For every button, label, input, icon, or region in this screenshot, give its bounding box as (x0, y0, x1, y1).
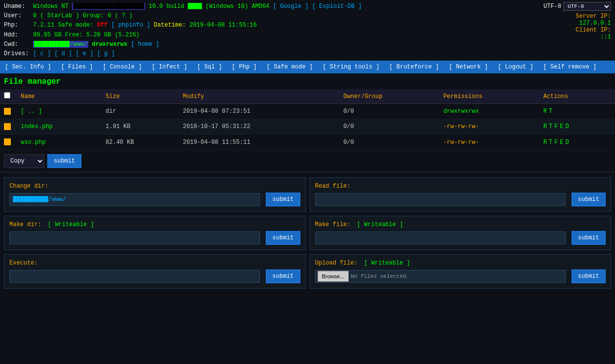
make-dir-label: Make dir: [ Writeable ] (9, 221, 300, 228)
action-f[interactable]: F (554, 123, 558, 130)
change-dir-submit[interactable]: submit (266, 193, 300, 206)
action-f[interactable]: F (554, 139, 558, 146)
execute-submit[interactable]: submit (266, 269, 300, 283)
file-name-link[interactable]: wso.php (21, 139, 45, 146)
phpinfo-link[interactable]: [ phpinfo ] (111, 22, 150, 29)
read-file-input[interactable] (315, 193, 566, 206)
action-e[interactable]: E (560, 123, 563, 130)
file-name-link[interactable]: [ .. ] (21, 108, 42, 115)
cwd-path[interactable]: ██████████/www/ (33, 41, 88, 48)
drives-row: Drives: [ c ] [ d ] [ e ] [ g ] (4, 49, 362, 59)
read-file-input-row: submit (315, 193, 606, 206)
header-right: UTF-8 UTF-8 ISO-8859-1 Server IP: 127.0.… (543, 2, 611, 59)
encoding-value: UTF-8 (543, 3, 561, 10)
read-file-submit[interactable]: submit (572, 193, 606, 206)
nav-bruteforce[interactable]: [ Bruteforce ] (384, 63, 444, 71)
drive-e[interactable]: [ e ] (75, 50, 93, 57)
file-name-cell: index.php (17, 119, 102, 134)
copy-select-wrapper: Copy Move Delete (4, 154, 44, 168)
execute-label-text: Execute: (9, 260, 38, 266)
hdd-label: Hdd: (4, 31, 31, 40)
encoding-select[interactable]: UTF-8 ISO-8859-1 (563, 2, 611, 11)
client-ip-row: Client IP: (576, 27, 611, 33)
drives-value: [ c ] [ d ] [ e ] [ g ] (33, 49, 115, 59)
col-modify: Modify (179, 89, 339, 104)
execute-input[interactable] (9, 270, 260, 283)
php-label: Php: (4, 21, 31, 30)
file-name-cell: [ .. ] (17, 104, 102, 119)
action-r[interactable]: R (543, 123, 547, 130)
drive-g[interactable]: [ g ] (97, 50, 115, 57)
datetime-value: 2019-04-08 11:55:16 (189, 22, 257, 29)
file-perms-cell: -rw-rw-rw- (439, 119, 540, 134)
browse-button[interactable]: Browse... (318, 271, 349, 282)
action-e[interactable]: E (560, 139, 563, 146)
file-actions-cell: RT (540, 104, 615, 119)
nav-infect[interactable]: [ Infect ] (147, 63, 192, 71)
col-size: Size (102, 89, 179, 104)
read-file-label: Read file: (315, 183, 606, 190)
file-icon (4, 123, 11, 130)
nav-stringtools[interactable]: [ String tools ] (318, 63, 384, 71)
cwd-label: Cwd: (4, 40, 31, 49)
change-dir-input[interactable] (9, 193, 260, 206)
file-table: Name Size Modify Owner/Group Permissions… (0, 89, 615, 150)
make-file-panel: Make file: [ Writeable ] submit (310, 216, 612, 250)
action-submit-button[interactable]: submit (47, 154, 81, 168)
col-owner: Owner/Group (339, 89, 439, 104)
make-file-writeable: [ Writeable ] (357, 221, 403, 228)
exploitdb-link[interactable]: [ Exploit-DB ] (312, 3, 362, 10)
home-link[interactable]: [ home ] (131, 41, 159, 48)
upload-submit[interactable]: submit (572, 269, 606, 283)
google-link[interactable]: [ Google ] (273, 3, 309, 10)
file-perms-cell: -rw-rw-rw- (439, 134, 540, 150)
drive-d[interactable]: [ d ] (54, 50, 72, 57)
file-name-cell: wso.php (17, 134, 102, 150)
nav-console[interactable]: [ Console ] (98, 63, 146, 71)
action-t[interactable]: T (549, 108, 552, 115)
file-owner-cell: 0/0 (339, 104, 439, 119)
action-r[interactable]: R (543, 108, 547, 115)
select-all-checkbox[interactable] (4, 92, 10, 99)
nav-selfremove[interactable]: [ Self remove ] (538, 63, 601, 71)
drive-c[interactable]: [ c ] (33, 50, 51, 57)
nav-network[interactable]: [ Network ] (444, 63, 493, 71)
action-d[interactable]: D (565, 139, 569, 146)
action-r[interactable]: R (543, 139, 547, 146)
file-perms-cell: drwxrwxrwx (439, 104, 540, 119)
nav-safemode[interactable]: [ Safe mode ] (262, 63, 318, 71)
file-icon (4, 138, 11, 145)
col-checkbox (0, 89, 17, 104)
nav-php[interactable]: [ Php ] (227, 63, 261, 71)
user-label: User: (4, 11, 31, 21)
copy-select[interactable]: Copy Move Delete (4, 154, 44, 168)
panels-row-3: Execute: submit Upload file: [ Writeable… (0, 254, 615, 293)
change-dir-label: Change dir: (9, 183, 300, 190)
file-date-cell: 2019-04-08 11:55:11 (179, 134, 339, 150)
col-perms: Permissions (439, 89, 540, 104)
table-row: [ .. ] dir 2019-04-08 07:23:51 0/0 drwxr… (0, 104, 615, 119)
upload-file-label-text: Upload file: (315, 260, 358, 266)
make-file-input[interactable] (315, 232, 566, 244)
execute-input-row: submit (9, 269, 300, 283)
file-size-cell: 82.40 KB (102, 134, 179, 150)
make-dir-input[interactable] (9, 232, 260, 244)
action-t[interactable]: T (549, 139, 552, 146)
read-file-label-text: Read file: (315, 183, 351, 190)
cwd-value: ██████████/www/ drwxrwxrwx [ home ] (33, 40, 159, 49)
nav-sql[interactable]: [ Sql ] (192, 63, 227, 71)
action-t[interactable]: T (549, 123, 552, 130)
action-d[interactable]: D (565, 123, 569, 130)
nav-sec-info[interactable]: [ Sec. Info ] (0, 63, 56, 71)
upload-input-row: Browse... No files selected. submit (315, 269, 606, 283)
make-dir-submit[interactable]: submit (266, 231, 300, 245)
nav-files[interactable]: [ Files ] (56, 63, 98, 71)
no-file-text: No files selected. (351, 273, 409, 279)
row-checkbox-cell (0, 119, 17, 134)
make-file-submit[interactable]: submit (572, 231, 606, 245)
file-size-cell: 1.91 KB (102, 119, 179, 134)
make-file-label-text: Make file: (315, 221, 351, 228)
file-name-link[interactable]: index.php (21, 123, 53, 130)
nav-logout[interactable]: [ Logout ] (493, 63, 538, 71)
file-icon (4, 108, 11, 115)
